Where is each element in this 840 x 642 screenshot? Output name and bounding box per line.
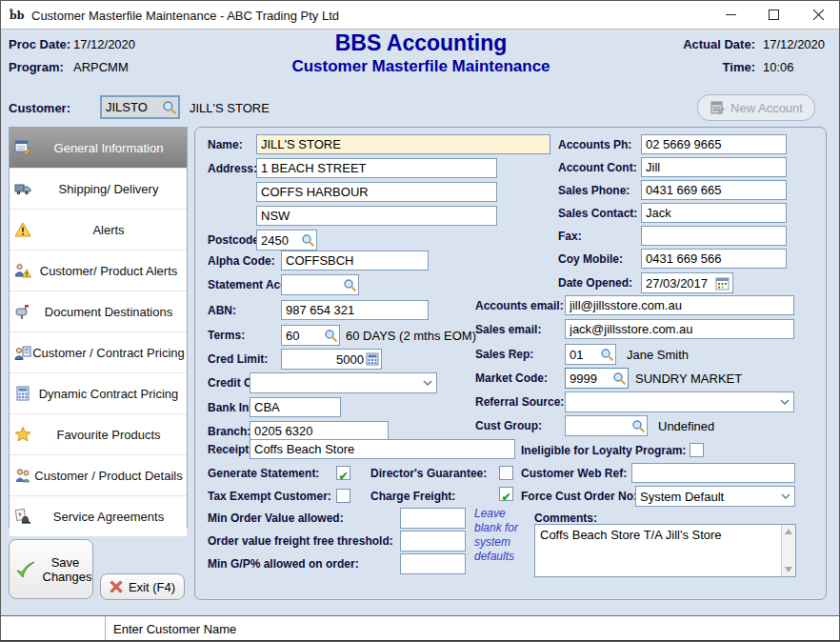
min-order-field[interactable] <box>400 508 466 529</box>
abn-field[interactable] <box>281 300 429 320</box>
freight-free-field[interactable] <box>400 531 466 552</box>
fax-field[interactable] <box>641 226 787 246</box>
cust-group-field[interactable] <box>565 415 648 436</box>
sales-rep-field[interactable]: 01 <box>565 344 616 365</box>
search-icon[interactable] <box>301 233 314 247</box>
sidebar-item-dynamic-contract-pricing[interactable]: Dynamic Contract Pricing <box>10 373 187 414</box>
receipt-ref-field[interactable] <box>250 439 515 459</box>
sidebar-item-alerts[interactable]: Alerts <box>10 210 187 251</box>
warning-icon <box>14 221 31 238</box>
sidebar-item-label: Customer / Contract Pricing <box>32 346 185 360</box>
search-icon[interactable] <box>600 348 613 361</box>
postcode-field[interactable]: 2450 <box>256 230 317 251</box>
terms-description: 60 DAYS (2 mths EOM) <box>346 329 476 343</box>
branch-field[interactable] <box>250 421 389 441</box>
generate-statement-checkbox[interactable] <box>336 466 350 480</box>
sales-contact-field[interactable] <box>641 203 787 223</box>
actual-date-value: 17/12/2020 <box>763 37 825 51</box>
sales-email-field[interactable] <box>565 319 794 339</box>
credit-control-select[interactable] <box>250 372 437 393</box>
sidebar-item-label: Favourite Products <box>56 428 160 442</box>
cust-group-name: Undefined <box>658 419 714 433</box>
statement-acc-label: Statement Acc: <box>208 278 290 291</box>
market-code-label: Market Code: <box>475 371 548 385</box>
time-label: Time: <box>679 60 755 74</box>
search-icon[interactable] <box>324 329 337 342</box>
sales-rep-label: Sales Rep: <box>475 348 533 361</box>
close-button[interactable] <box>795 1 840 29</box>
comments-scrollbar[interactable] <box>781 525 795 576</box>
sidebar-item-customer-product-details[interactable]: Customer / Product Details <box>10 455 187 496</box>
new-account-icon <box>710 100 725 115</box>
ineligible-loyalty-checkbox[interactable] <box>690 443 704 457</box>
sidebar-item-label: Alerts <box>92 223 124 237</box>
min-gp-field[interactable] <box>400 553 466 574</box>
search-icon[interactable] <box>612 371 626 385</box>
sidebar-item-general-information[interactable]: General Information <box>10 128 187 169</box>
titlebar: b̂b Customer Masterfile Maintenance - AB… <box>1 1 839 30</box>
terms-value: 60 <box>286 329 322 343</box>
search-icon[interactable] <box>631 419 645 432</box>
sidebar-item-customer-contract-pricing[interactable]: Customer / Contract Pricing <box>10 332 187 373</box>
tax-exempt-checkbox[interactable] <box>336 489 350 503</box>
truck-icon <box>14 180 31 197</box>
name-label: Name: <box>208 138 243 151</box>
sales-phone-field[interactable] <box>641 180 787 200</box>
time-value: 10:06 <box>763 60 794 74</box>
alpha-code-field[interactable] <box>281 251 429 271</box>
status-bar: Enter Customer Name <box>1 615 840 640</box>
address-label: Address: <box>208 162 257 175</box>
exit-button[interactable]: Exit (F4) <box>100 573 185 600</box>
customer-web-ref-field[interactable] <box>631 463 795 483</box>
comments-field[interactable]: Coffs Beach Store T/A Jill's Store <box>534 524 796 577</box>
search-icon[interactable] <box>162 100 176 114</box>
save-changes-button[interactable]: Save Changes <box>9 539 93 599</box>
sidebar-item-document-destinations[interactable]: Document Destinations <box>10 291 187 332</box>
sidebar-item-customer-product-alerts[interactable]: Customer/ Product Alerts <box>10 251 187 291</box>
calculator-icon[interactable] <box>366 352 379 366</box>
address-line3-field[interactable] <box>256 206 497 226</box>
sidebar-item-label: General Information <box>54 141 164 155</box>
accounts-ph-field[interactable] <box>641 134 787 154</box>
stamp-icon <box>14 508 31 525</box>
abn-label: ABN: <box>208 304 236 317</box>
address-line2-field[interactable] <box>256 182 497 202</box>
accounts-email-field[interactable] <box>565 295 794 315</box>
new-account-button[interactable]: New Account <box>697 94 815 121</box>
coy-mobile-field[interactable] <box>641 249 787 269</box>
bank-initials-field[interactable] <box>250 397 341 417</box>
app-title: BBS Accounting <box>230 30 611 56</box>
account-cont-field[interactable] <box>641 157 787 177</box>
app-window: b̂b Customer Masterfile Maintenance - AB… <box>0 0 840 642</box>
date-opened-field[interactable]: 27/03/2017 <box>641 272 733 293</box>
status-bar-cell <box>1 616 106 640</box>
program-value: ARPCMM <box>73 60 129 74</box>
sidebar-item-service-agreements[interactable]: Service Agreements <box>10 496 187 536</box>
sidebar-item-shipping-delivery[interactable]: Shipping/ Delivery <box>10 169 187 210</box>
directors-guarantee-checkbox[interactable] <box>499 466 513 480</box>
terms-field[interactable]: 60 <box>281 325 340 346</box>
terms-label: Terms: <box>208 329 245 342</box>
scroll-up-icon[interactable] <box>785 529 792 534</box>
customer-code-field[interactable]: JILSTO <box>100 95 180 119</box>
scroll-down-icon[interactable] <box>785 567 792 572</box>
cred-limit-field[interactable]: 5000 <box>281 349 382 370</box>
name-field[interactable] <box>256 134 550 154</box>
charge-freight-checkbox[interactable] <box>499 487 513 501</box>
generate-statement-label: Generate Statement: <box>208 467 319 480</box>
maximize-button[interactable] <box>752 1 795 29</box>
address-line1-field[interactable] <box>256 158 497 178</box>
sales-contact-label: Sales Contact: <box>558 207 637 220</box>
new-account-label: New Account <box>730 101 803 115</box>
referral-source-select[interactable] <box>565 391 794 412</box>
statement-acc-field[interactable] <box>281 274 359 295</box>
postcode-value: 2450 <box>261 233 299 248</box>
date-opened-label: Date Opened: <box>558 276 632 290</box>
sidebar-item-favourite-products[interactable]: Favourite Products <box>10 414 187 455</box>
minimize-button[interactable] <box>710 1 752 29</box>
calculator-icon <box>14 385 31 402</box>
market-code-field[interactable]: 9999 <box>565 368 629 389</box>
force-cust-order-select[interactable]: System Default <box>635 486 795 507</box>
calendar-icon[interactable] <box>715 276 730 291</box>
search-icon[interactable] <box>343 278 356 291</box>
